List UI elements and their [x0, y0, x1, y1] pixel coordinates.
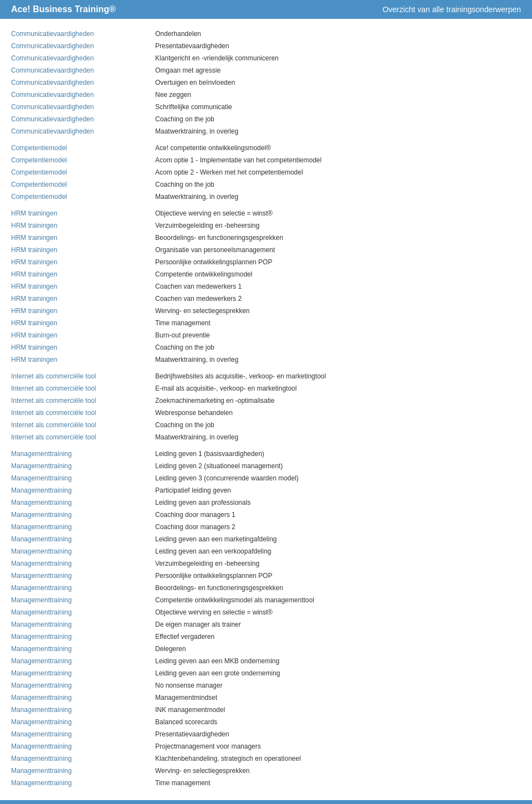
- category-label: Communicatievaardigheden: [11, 78, 155, 88]
- table-row: HRM trainingenObjectieve werving en sele…: [11, 207, 521, 219]
- category-label: HRM trainingen: [11, 318, 155, 328]
- table-row: ManagementtrainingBalanced scorecards: [11, 716, 521, 728]
- training-name: Coaching on the job: [155, 180, 521, 190]
- training-name: Competentie ontwikkelingsmodel als manag…: [155, 595, 521, 605]
- table-row: CommunicatievaardighedenSchriftelijke co…: [11, 101, 521, 113]
- table-row: CommunicatievaardighedenCoaching on the …: [11, 113, 521, 125]
- training-name: INK managementmodel: [155, 705, 521, 715]
- training-name: Coachen van medewerkers 2: [155, 294, 521, 304]
- training-name: E-mail als acquisitie-, verkoop- en mark…: [155, 383, 521, 393]
- category-label: Internet als commerciële tool: [11, 371, 155, 381]
- category-label: HRM trainingen: [11, 257, 155, 267]
- category-label: HRM trainingen: [11, 306, 155, 316]
- brand: Ace! Business Training®: [11, 4, 266, 14]
- category-label: Managementtraining: [11, 583, 155, 593]
- training-name: No nonsense manager: [155, 680, 521, 690]
- table-row: ManagementtrainingLeiding geven aan prof…: [11, 496, 521, 509]
- table-row: ManagementtrainingWerving- en selectiege…: [11, 765, 521, 777]
- section-gap: [11, 137, 521, 142]
- category-label: Competentiemodel: [11, 180, 155, 190]
- category-label: Managementtraining: [11, 729, 155, 739]
- category-label: Managementtraining: [11, 754, 155, 764]
- table-row: ManagementtrainingNo nonsense manager: [11, 679, 521, 692]
- table-row: CommunicatievaardighedenMaatwerktraining…: [11, 125, 521, 137]
- training-name: Persoonlijke ontwikkelingsplannen POP: [155, 257, 521, 267]
- table-row: ManagementtrainingEffectief vergaderen: [11, 631, 521, 643]
- table-row: ManagementtrainingObjectieve werving en …: [11, 606, 521, 618]
- category-label: Managementtraining: [11, 473, 155, 483]
- table-row: ManagementtrainingLeiding geven aan een …: [11, 655, 521, 667]
- table-row: ManagementtrainingProjectmanagement voor…: [11, 740, 521, 752]
- category-label: Managementtraining: [11, 571, 155, 581]
- category-label: Internet als commerciële tool: [11, 383, 155, 393]
- training-name: Burn-out preventie: [155, 330, 521, 340]
- training-name: Competentie ontwikkelingsmodel: [155, 269, 521, 279]
- category-label: Managementtraining: [11, 656, 155, 666]
- category-label: Managementtraining: [11, 449, 155, 459]
- training-name: Acom optie 1 - Implementatie van het com…: [155, 155, 521, 165]
- table-row: ManagementtrainingKlachtenbehandeling, s…: [11, 752, 521, 765]
- training-name: Webresponse behandelen: [155, 408, 521, 418]
- table-row: HRM trainingenCoachen van medewerkers 1: [11, 280, 521, 293]
- table-row: Internet als commerciële toolWebresponse…: [11, 407, 521, 419]
- training-name: Leiding geven 3 (concurrerende waarden m…: [155, 473, 521, 483]
- training-name: Zoekmachinemarketing en -optimalisatie: [155, 396, 521, 406]
- table-row: ManagementtrainingPersoonlijke ontwikkel…: [11, 570, 521, 582]
- table-row: Internet als commerciële toolZoekmachine…: [11, 395, 521, 407]
- table-row: ManagementtrainingLeiding geven aan een …: [11, 533, 521, 545]
- category-label: Managementtraining: [11, 778, 155, 788]
- training-name: Leiding geven aan een grote onderneming: [155, 668, 521, 678]
- training-name: Balanced scorecards: [155, 717, 521, 727]
- category-label: Communicatievaardigheden: [11, 102, 155, 112]
- table-row: ManagementtrainingCompetentie ontwikkeli…: [11, 594, 521, 606]
- section-gap: [11, 443, 521, 448]
- category-label: Managementtraining: [11, 680, 155, 690]
- table-row: ManagementtrainingLeiding geven aan een …: [11, 545, 521, 557]
- training-name: Coaching door managers 2: [155, 522, 521, 532]
- table-row: HRM trainingenBurn-out preventie: [11, 329, 521, 341]
- category-label: Communicatievaardigheden: [11, 65, 155, 75]
- training-name: Coaching door managers 1: [155, 510, 521, 520]
- training-name: Maatwerktraining, in overleg: [155, 355, 521, 365]
- training-name: Beoordelings- en functioneringsgesprekke…: [155, 233, 521, 243]
- category-label: Communicatievaardigheden: [11, 53, 155, 63]
- category-label: Competentiemodel: [11, 192, 155, 202]
- table-row: HRM trainingenCoachen van medewerkers 2: [11, 293, 521, 305]
- table-row: CompetentiemodelAce! competentie ontwikk…: [11, 142, 521, 154]
- training-name: Maatwerktraining, in overleg: [155, 432, 521, 442]
- category-label: Managementtraining: [11, 668, 155, 678]
- table-row: ManagementtrainingLeiding geven aan een …: [11, 667, 521, 679]
- training-name: Participatief leiding geven: [155, 485, 521, 495]
- table-row: HRM trainingenOrganisatie van personeels…: [11, 244, 521, 256]
- main-content: CommunicatievaardighedenOnderhandelenCom…: [0, 19, 532, 793]
- training-name: Verzuimbegeleiding en -beheersing: [155, 559, 521, 569]
- category-label: Communicatievaardigheden: [11, 90, 155, 100]
- training-name: Coaching on the job: [155, 420, 521, 430]
- training-name: Leiding geven aan een verkoopafdeling: [155, 546, 521, 556]
- category-label: Managementtraining: [11, 607, 155, 617]
- category-label: Internet als commerciële tool: [11, 432, 155, 442]
- training-name: Bedrijfswebsites als acquisitie-, verkoo…: [155, 371, 521, 381]
- header: Ace! Business Training® Overzicht van al…: [0, 0, 532, 19]
- table-row: CommunicatievaardighedenOmgaan met agres…: [11, 64, 521, 76]
- category-label: HRM trainingen: [11, 294, 155, 304]
- table-row: ManagementtrainingINK managementmodel: [11, 704, 521, 716]
- table-row: CommunicatievaardighedenOnderhandelen: [11, 28, 521, 40]
- training-name: Leiding geven aan professionals: [155, 498, 521, 508]
- section-gap: [11, 203, 521, 207]
- table-row: HRM trainingenBeoordelings- en functione…: [11, 232, 521, 244]
- training-name: Beoordelings- en functioneringsgesprekke…: [155, 583, 521, 593]
- category-label: Communicatievaardigheden: [11, 29, 155, 39]
- training-name: Werving- en selectiegesprekken: [155, 766, 521, 776]
- training-name: Leiding geven aan een MKB onderneming: [155, 656, 521, 666]
- table-row: CommunicatievaardighedenPresentatievaard…: [11, 40, 521, 52]
- training-name: Overtuigen en beïnvloeden: [155, 78, 521, 88]
- training-name: Verzuimbegeleiding en -beheersing: [155, 221, 521, 231]
- category-label: HRM trainingen: [11, 221, 155, 231]
- table-row: ManagementtrainingParticipatief leiding …: [11, 484, 521, 496]
- category-label: Communicatievaardigheden: [11, 114, 155, 124]
- category-label: HRM trainingen: [11, 269, 155, 279]
- training-name: Persoonlijke ontwikkelingsplannen POP: [155, 571, 521, 581]
- training-name: Time management: [155, 778, 521, 788]
- category-label: Competentiemodel: [11, 155, 155, 165]
